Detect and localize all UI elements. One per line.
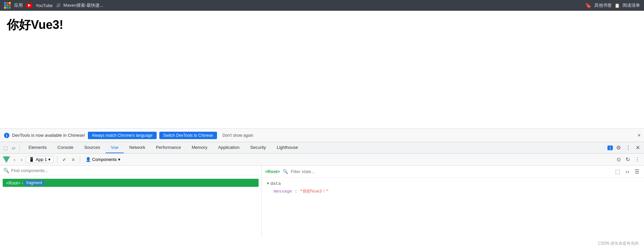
- vue-toolbar: ‹ › 📱 App 1 ▾ ✔ ≡ 👤 Components ▾ ⊙ ↻ ⋮: [0, 154, 644, 166]
- more-vue-btn[interactable]: ⋮: [633, 156, 641, 163]
- selected-component-tag: <Root>: [265, 169, 280, 174]
- tab-performance[interactable]: Performance: [151, 142, 186, 153]
- youtube-label[interactable]: YouTube: [36, 3, 53, 8]
- tree-arrow: ›: [22, 181, 23, 185]
- component-tree-btn[interactable]: ≡: [70, 156, 76, 163]
- inspect-component-btn[interactable]: ✔: [61, 156, 68, 163]
- back-btn[interactable]: ‹: [12, 156, 17, 163]
- attribution: CSDN @生命是有光的: [598, 241, 639, 246]
- app-selector-label: 📱: [29, 157, 34, 162]
- topbar-right: 🔖 其他书签 📋 阅读清单: [585, 2, 640, 9]
- settings-btn[interactable]: ⚙: [615, 144, 622, 152]
- tab-elements[interactable]: Elements: [23, 142, 52, 153]
- filter-state-input[interactable]: [291, 169, 611, 174]
- app-selector-caret: ▾: [48, 157, 51, 162]
- notification-text: DevTools is now available in Chinese!: [12, 133, 85, 138]
- scroll-view-btn[interactable]: ⬚: [614, 168, 622, 175]
- close-notification-btn[interactable]: ×: [638, 132, 641, 138]
- switch-devtools-btn[interactable]: Switch DevTools to Chinese: [159, 132, 217, 139]
- component-tree: <Root> › fragment: [0, 175, 261, 237]
- topbar-left: YouTube 应用 YouTube 源 Maven搜索-最快捷...: [4, 2, 581, 9]
- maven-favicon: 源: [56, 3, 60, 8]
- state-panel: ▼ data message : "你好Vue3！": [262, 178, 644, 198]
- search-input[interactable]: [11, 168, 258, 173]
- devtools-tabs-left: ⬚ ▱: [0, 142, 23, 153]
- info-icon: i: [4, 133, 9, 138]
- devtools-tab-list: Elements Console Sources Vue Network Per…: [23, 142, 605, 153]
- youtube-favicon: [26, 3, 32, 8]
- tab-network[interactable]: Network: [124, 142, 151, 153]
- responsive-btn[interactable]: ▱: [10, 144, 17, 151]
- tab-lighthouse[interactable]: Lighthouse: [271, 142, 304, 153]
- devtools-notification: i DevTools is now available in Chinese! …: [0, 128, 644, 142]
- tree-row-root[interactable]: <Root> › fragment: [3, 179, 259, 187]
- components-caret: ▾: [118, 157, 120, 162]
- devtools-left-panel: 🔍 <Root> › fragment: [0, 166, 262, 237]
- tab-application[interactable]: Application: [213, 142, 245, 153]
- refresh-btn[interactable]: ↻: [624, 156, 631, 163]
- maven-label[interactable]: Maven搜索-最快捷...: [63, 2, 103, 8]
- devtools-tabs: ⬚ ▱ Elements Console Sources Vue Network…: [0, 142, 644, 154]
- component-search-bar: 🔍: [0, 166, 261, 175]
- prop-colon: :: [294, 189, 300, 194]
- expand-all-btn[interactable]: ☰: [633, 168, 641, 175]
- tab-security[interactable]: Security: [245, 142, 271, 153]
- tab-memory[interactable]: Memory: [186, 142, 213, 153]
- tab-sources[interactable]: Sources: [79, 142, 106, 153]
- inspect-element-btn[interactable]: ⬚: [2, 144, 9, 151]
- expand-triangle[interactable]: ▼: [267, 182, 269, 185]
- reading-list-icon: 📋: [614, 3, 620, 8]
- vue-logo: [3, 156, 10, 163]
- tabs-divider: [19, 144, 20, 151]
- right-panel-header: <Root> 🔍 ⬚ ‹› ☰: [262, 166, 644, 178]
- console-badge: 1: [607, 146, 613, 150]
- open-editor-btn[interactable]: ‹›: [624, 168, 631, 175]
- toolbar-separator-1: [57, 156, 57, 163]
- browser-topbar: YouTube 应用 YouTube 源 Maven搜索-最快捷... 🔖 其他…: [0, 0, 644, 11]
- app-selector-name: App 1: [36, 157, 47, 162]
- tab-console[interactable]: Console: [52, 142, 79, 153]
- close-devtools-btn[interactable]: ✕: [634, 144, 641, 152]
- vue-toolbar-right: ⊙ ↻ ⋮: [615, 156, 641, 163]
- components-label: Components: [92, 157, 117, 162]
- search-state-icon: 🔍: [283, 169, 288, 174]
- data-section-label: data: [270, 181, 281, 186]
- page-content: 你好Vue3!: [0, 11, 644, 128]
- tab-vue[interactable]: Vue: [106, 142, 124, 153]
- reading-list-label[interactable]: 阅读清单: [623, 2, 640, 8]
- more-options-btn[interactable]: ⋮: [624, 144, 632, 152]
- page-title: 你好Vue3!: [7, 17, 637, 32]
- search-icon: 🔍: [3, 168, 9, 173]
- right-header-icons: ⬚ ‹› ☰: [614, 168, 641, 175]
- components-btn[interactable]: 👤 Components ▾: [84, 156, 123, 163]
- components-icon: 👤: [86, 157, 91, 162]
- prop-value-message: "你好Vue3！": [300, 189, 329, 194]
- data-section-header: ▼ data: [267, 181, 639, 186]
- prop-key-message: message: [274, 189, 292, 194]
- app-selector[interactable]: 📱 App 1 ▾: [26, 156, 54, 163]
- data-entry-message: message : "你好Vue3！": [267, 188, 639, 194]
- apps-icon[interactable]: [4, 2, 11, 9]
- fragment-tag: fragment: [24, 180, 44, 185]
- toolbar-separator-2: [80, 156, 80, 163]
- root-tag-label: <Root>: [6, 180, 20, 185]
- devtools-main: 🔍 <Root> › fragment <Root> 🔍 ⬚ ‹› ☰: [0, 166, 644, 237]
- scroll-to-component-btn[interactable]: ⊙: [615, 156, 622, 163]
- bookmark-icon: 🔖: [585, 2, 592, 9]
- always-match-btn[interactable]: Always match Chrome's language: [88, 132, 157, 139]
- forward-btn[interactable]: ›: [19, 156, 24, 163]
- devtools-tabs-right: 1 ⚙ ⋮ ✕: [605, 142, 644, 153]
- devtools-right-panel: <Root> 🔍 ⬚ ‹› ☰ ▼ data message : "你好Vue3…: [262, 166, 644, 237]
- apps-text: 应用: [14, 2, 23, 8]
- dont-show-btn[interactable]: Don't show again: [220, 132, 256, 139]
- other-bookmarks-label[interactable]: 其他书签: [594, 2, 612, 8]
